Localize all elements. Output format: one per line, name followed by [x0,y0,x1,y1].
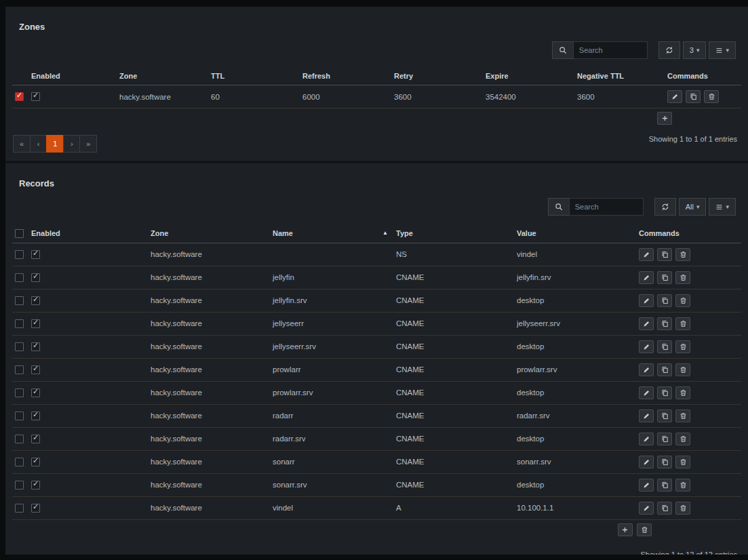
delete-button[interactable] [704,90,719,103]
copy-button[interactable] [657,248,672,261]
zones-refresh-button[interactable] [658,41,680,59]
enabled-checkbox[interactable]: ✓ [31,435,40,443]
zones-col-ttl[interactable]: TTL [208,67,300,85]
records-columns-dropdown[interactable]: ▾ [709,198,736,216]
zones-columns-dropdown[interactable]: ▾ [709,41,736,59]
delete-button[interactable] [675,363,690,376]
row-select-checkbox[interactable] [15,458,24,466]
enabled-checkbox[interactable]: ✓ [31,481,40,489]
copy-button[interactable] [657,317,672,330]
zones-page-size-dropdown[interactable]: 3 ▾ [683,41,707,59]
row-select-checkbox[interactable] [15,250,24,259]
delete-button[interactable] [675,294,690,307]
edit-button[interactable] [639,363,654,376]
enabled-checkbox[interactable]: ✓ [31,504,40,513]
select-all-checkbox[interactable] [15,229,24,238]
delete-button[interactable] [675,386,690,399]
delete-button[interactable] [675,409,690,422]
enabled-checkbox[interactable]: ✓ [31,92,40,101]
zones-col-refresh[interactable]: Refresh [300,67,391,85]
row-select-checkbox[interactable] [15,365,24,374]
copy-button[interactable] [657,340,672,353]
row-select-checkbox[interactable] [15,481,24,489]
records-search-button[interactable] [548,198,569,216]
trash-icon [680,458,687,466]
records-filter-dropdown[interactable]: All ▾ [679,198,707,216]
add-record-button[interactable] [618,523,633,536]
copy-button[interactable] [657,386,672,399]
enabled-checkbox[interactable]: ✓ [31,412,40,420]
copy-button[interactable] [657,363,672,376]
delete-button[interactable] [675,456,690,468]
row-select-checkbox[interactable] [15,296,24,305]
delete-selected-records-button[interactable] [637,523,652,536]
edit-button[interactable] [639,271,654,284]
copy-button[interactable] [657,502,672,515]
enabled-checkbox[interactable]: ✓ [31,296,40,305]
edit-button[interactable] [639,386,654,399]
edit-button[interactable] [639,248,654,261]
edit-button[interactable] [639,340,654,353]
enabled-checkbox[interactable]: ✓ [31,342,40,351]
row-select-checkbox[interactable] [15,412,24,420]
copy-button[interactable] [686,90,701,103]
zones-col-expire[interactable]: Expire [483,67,574,85]
records-summary-row: Showing 1 to 12 of 12 entries [12,551,741,555]
zones-col-zone[interactable]: Zone [117,67,208,85]
edit-button[interactable] [667,90,682,103]
edit-button[interactable] [639,502,654,515]
row-select-checkbox[interactable]: ✓ [15,92,24,101]
edit-button[interactable] [639,433,654,445]
copy-button[interactable] [657,409,672,422]
zones-header-row: Enabled Zone TTL Refresh Retry Expire Ne… [12,67,741,85]
delete-button[interactable] [675,317,690,330]
delete-button[interactable] [675,502,690,515]
row-select-checkbox[interactable] [15,273,24,282]
records-col-value[interactable]: Value [514,224,636,243]
copy-button[interactable] [657,456,672,468]
zones-search-input[interactable] [573,41,648,59]
edit-button[interactable] [639,409,654,422]
zones-col-negative-ttl[interactable]: Negative TTL [574,67,665,85]
add-zone-button[interactable] [657,112,672,125]
copy-button[interactable] [657,271,672,284]
row-select-checkbox[interactable] [15,388,24,397]
records-search-input[interactable] [569,198,644,216]
pagination-prev-button[interactable]: ‹ [30,135,47,153]
records-col-type[interactable]: Type [393,224,514,243]
zones-search-button[interactable] [552,41,573,59]
delete-button[interactable] [675,340,690,353]
edit-button[interactable] [639,317,654,330]
enabled-checkbox[interactable]: ✓ [31,319,40,328]
delete-button[interactable] [675,248,690,261]
enabled-checkbox[interactable]: ✓ [31,388,40,397]
copy-button[interactable] [657,294,672,307]
enabled-checkbox[interactable]: ✓ [31,458,40,466]
enabled-checkbox[interactable]: ✓ [31,250,40,259]
zones-col-retry[interactable]: Retry [391,67,483,85]
copy-button[interactable] [657,433,672,445]
pagination-page-1-button[interactable]: 1 [46,135,64,153]
row-select-checkbox[interactable] [15,342,24,351]
pagination-next-button[interactable]: › [63,135,80,153]
records-refresh-button[interactable] [654,198,676,216]
delete-button[interactable] [675,479,690,492]
records-col-name[interactable]: Name ▲ [270,224,393,243]
records-title: Records [19,178,741,188]
ttl-cell: 60 [208,85,300,108]
plus-icon [621,526,629,534]
edit-button[interactable] [639,479,654,492]
edit-button[interactable] [639,294,654,307]
edit-button[interactable] [639,456,654,468]
row-select-checkbox[interactable] [15,435,24,443]
row-select-checkbox[interactable] [15,504,24,513]
pagination-last-button[interactable]: » [79,135,97,153]
enabled-checkbox[interactable]: ✓ [31,273,40,282]
delete-button[interactable] [675,271,690,284]
row-select-checkbox[interactable] [15,319,24,328]
enabled-checkbox[interactable]: ✓ [31,365,40,374]
pagination-first-button[interactable]: « [13,135,31,153]
delete-button[interactable] [675,433,690,445]
copy-button[interactable] [657,479,672,492]
records-col-zone[interactable]: Zone [148,224,270,243]
